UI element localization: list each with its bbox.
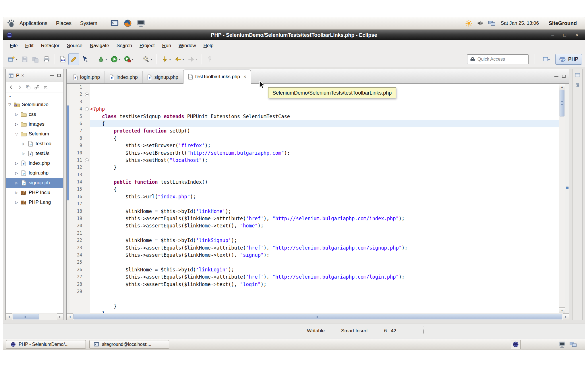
panel-menu-system[interactable]: System xyxy=(76,17,102,29)
debug-button[interactable]: ▾ xyxy=(96,53,109,65)
fold-marker-line-11[interactable] xyxy=(85,158,89,162)
dropdown-arrow-icon[interactable]: ▾ xyxy=(105,57,107,61)
maximize-view-icon[interactable] xyxy=(57,74,61,77)
collapsed-arrow-icon[interactable]: ▷ xyxy=(21,152,26,156)
editor-hscroll-thumb[interactable] xyxy=(74,314,562,319)
last-edit-button[interactable]: ▾ xyxy=(159,53,173,65)
code-line-29[interactable]: } xyxy=(90,310,559,313)
close-view-icon[interactable]: × xyxy=(21,73,24,78)
tree-item-php-inclu[interactable]: ▷PHP Inclu xyxy=(6,188,63,198)
editor-tab-login-php[interactable]: Plogin.php xyxy=(68,71,105,83)
tree-item-images[interactable]: ▷images xyxy=(6,119,63,129)
code-line-14[interactable] xyxy=(90,200,559,208)
minimize-button[interactable]: – xyxy=(550,32,556,38)
displays-icon[interactable] xyxy=(488,20,496,27)
code-line-18[interactable] xyxy=(90,230,559,237)
code-line-3[interactable]: { xyxy=(90,120,559,127)
tree-item-seleniumde[interactable]: ▽SeleniumDe xyxy=(6,100,63,110)
quick-access-input[interactable] xyxy=(477,57,521,62)
close-tab-icon[interactable]: × xyxy=(243,74,246,79)
code-editor[interactable]: <?php class testUserSignup extends PHPUn… xyxy=(90,84,559,313)
run-button[interactable]: ▾ xyxy=(109,53,122,65)
menu-refactor[interactable]: Refactor xyxy=(37,43,63,49)
dropdown-arrow-icon[interactable]: ▾ xyxy=(169,57,171,61)
search-button[interactable]: ▾ xyxy=(141,53,154,65)
collapsed-arrow-icon[interactable]: ▷ xyxy=(21,142,26,146)
screenshot-tray-icon[interactable] xyxy=(558,341,566,348)
scroll-right-icon[interactable]: ▸ xyxy=(563,313,569,320)
collapsed-arrow-icon[interactable]: ▷ xyxy=(14,112,19,116)
tree-item-signup-ph[interactable]: ▷Psignup.ph xyxy=(6,178,63,188)
code-line-15[interactable]: $linkHome = $this->byId('linkHome'); xyxy=(90,208,559,215)
volume-icon[interactable] xyxy=(477,20,484,27)
code-line-25[interactable]: $this->assertEquals($linkHome->text(), "… xyxy=(90,281,559,288)
expanded-arrow-icon[interactable]: ▽ xyxy=(7,103,12,107)
dropdown-arrow-icon[interactable]: ▾ xyxy=(16,57,18,61)
menu-run[interactable]: Run xyxy=(158,43,175,49)
taskbar-window-php-seleniumdemo[interactable]: PHP - SeleniumDemo/... xyxy=(6,340,86,349)
code-line-5[interactable]: { xyxy=(90,135,559,142)
code-line-13[interactable]: $this->url("index.php"); xyxy=(90,193,559,200)
open-perspective-button[interactable] xyxy=(541,53,552,65)
collapsed-arrow-icon[interactable]: ▷ xyxy=(14,161,19,165)
exp-back-icon[interactable] xyxy=(8,85,14,90)
expanded-arrow-icon[interactable]: ▽ xyxy=(14,132,19,136)
panel-clock[interactable]: Sat Jan 25, 13:06 xyxy=(501,20,539,26)
link-editor-icon[interactable] xyxy=(34,85,40,90)
scroll-left-icon[interactable]: ◂ xyxy=(67,313,73,320)
menu-project[interactable]: Project xyxy=(136,43,158,49)
restore-outline-icon[interactable] xyxy=(574,82,581,88)
code-line-10[interactable] xyxy=(90,171,559,179)
code-line-23[interactable]: $linkHome = $this->byId('linkLogin'); xyxy=(90,266,559,273)
menu-search[interactable]: Search xyxy=(113,43,136,49)
dropdown-arrow-icon[interactable]: ▾ xyxy=(196,57,197,61)
code-line-8[interactable]: $this->setHost("localhost"); xyxy=(90,157,559,164)
terminal-launcher-icon[interactable] xyxy=(110,19,119,28)
editor-tab-testtoolbarlinks-php[interactable]: PtestToolbarLinks.php× xyxy=(183,70,251,84)
gnome-menu-icon[interactable] xyxy=(7,19,15,28)
back-button[interactable]: ▾ xyxy=(173,53,186,65)
code-line-24[interactable]: $this->assertEquals($linkHome->attribute… xyxy=(90,273,559,281)
php-binary-button[interactable]: 010 xyxy=(57,53,68,65)
code-line-12[interactable]: { xyxy=(90,186,559,193)
collapsed-arrow-icon[interactable]: ▷ xyxy=(14,122,19,126)
explorer-hscroll-thumb[interactable] xyxy=(13,314,39,319)
exp-forward-icon[interactable] xyxy=(17,85,22,90)
firefox-launcher-icon[interactable] xyxy=(123,19,132,28)
code-line-21[interactable]: $this->assertEquals($linkHome->text(), "… xyxy=(90,252,559,259)
code-line-16[interactable]: $this->assertEquals($linkHome->attribute… xyxy=(90,215,559,222)
dropdown-arrow-icon[interactable]: ▾ xyxy=(150,57,152,61)
menu-source[interactable]: Source xyxy=(63,43,86,49)
code-line-26[interactable] xyxy=(90,288,559,295)
scroll-right-icon[interactable]: ▸ xyxy=(57,313,63,320)
view-menu-icon[interactable] xyxy=(43,85,48,90)
explorer-hscrollbar[interactable]: ◂ ▸ xyxy=(6,313,63,320)
taskbar-window-siteground-localhost[interactable]: siteground@localhost:... xyxy=(89,340,169,349)
scroll-up-icon[interactable]: ▴ xyxy=(559,84,565,89)
editor-hscrollbar[interactable]: ◂ ▸ xyxy=(67,313,569,320)
code-line-9[interactable]: } xyxy=(90,164,559,171)
menu-navigate[interactable]: Navigate xyxy=(86,43,113,49)
print-button[interactable] xyxy=(41,53,52,65)
dropdown-arrow-icon[interactable]: ▾ xyxy=(119,57,120,61)
overview-ruler[interactable] xyxy=(565,84,569,313)
fold-marker-line-2[interactable] xyxy=(85,93,89,96)
pointer-button[interactable] xyxy=(79,53,90,65)
php-explorer-tab[interactable]: P × xyxy=(8,73,24,78)
collapse-all-icon[interactable] xyxy=(26,85,31,90)
vscroll-track[interactable] xyxy=(559,117,565,307)
collapsed-arrow-icon[interactable]: ▷ xyxy=(14,200,19,204)
editor-vscroll-thumb[interactable] xyxy=(560,90,564,116)
collapsed-arrow-icon[interactable]: ▷ xyxy=(14,171,19,175)
code-line-6[interactable]: $this->setBrowser('firefox'); xyxy=(90,142,559,149)
tree-item-selenium[interactable]: ▽Selenium xyxy=(6,129,63,139)
editor-tab-index-php[interactable]: Pindex.php xyxy=(105,71,143,83)
fold-marker-line-4[interactable] xyxy=(85,107,89,111)
collapsed-arrow-icon[interactable]: ▷ xyxy=(14,191,19,195)
collapsed-arrow-icon[interactable]: ▷ xyxy=(14,181,19,185)
php-perspective-button[interactable]: php PHP xyxy=(555,54,582,65)
panel-menu-places[interactable]: Places xyxy=(52,17,76,29)
view-menu-arrow-icon[interactable]: ▾ xyxy=(9,94,11,98)
code-line-2[interactable]: class testUserSignup extends PHPUnit_Ext… xyxy=(90,113,559,120)
scroll-left-icon[interactable]: ◂ xyxy=(6,313,12,320)
